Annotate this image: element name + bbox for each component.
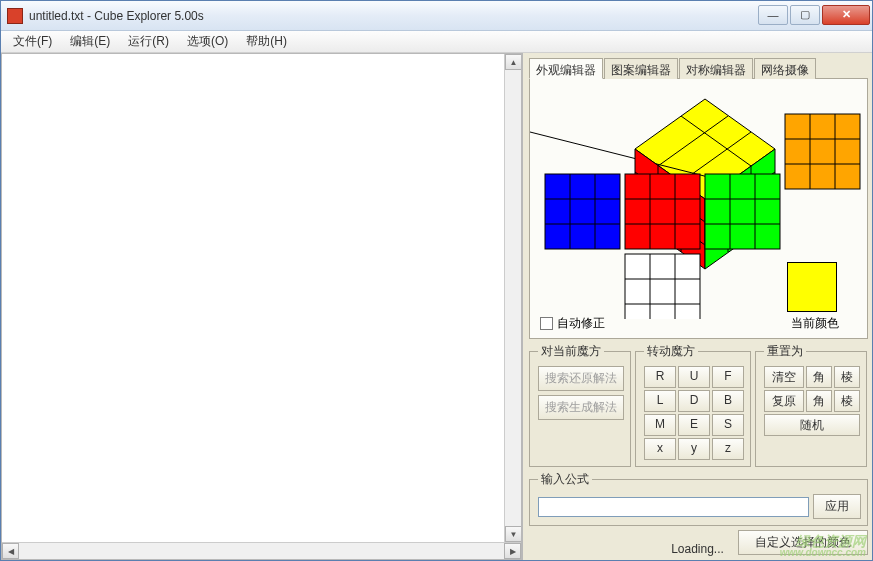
menubar: 文件(F) 编辑(E) 运行(R) 选项(O) 帮助(H) [1,31,872,53]
svg-rect-25 [705,174,780,249]
text-pane: ▲ ▼ ◀ ▶ [1,53,522,560]
svg-rect-20 [625,174,700,249]
client-area: ▲ ▼ ◀ ▶ 外观编辑器 图案编辑器 对称编辑器 网络摄像 [1,53,872,560]
move-R-button[interactable]: R [644,366,676,388]
move-S-button[interactable]: S [712,414,744,436]
move-D-button[interactable]: D [678,390,710,412]
move-z-button[interactable]: z [712,438,744,460]
scroll-right-icon[interactable]: ▶ [504,543,521,559]
move-B-button[interactable]: B [712,390,744,412]
reset-edge1-button[interactable]: 棱 [834,366,860,388]
loading-text: Loading... [671,542,724,556]
reset-grid: 清空 角 棱 复原 角 棱 随机 [764,366,860,436]
minimize-button[interactable]: — [758,5,788,25]
tab-pattern[interactable]: 图案编辑器 [604,58,678,79]
maximize-button[interactable]: ▢ [790,5,820,25]
move-x-button[interactable]: x [644,438,676,460]
reset-edge2-button[interactable]: 棱 [834,390,860,412]
svg-rect-30 [785,114,860,189]
face-down-flat[interactable] [625,254,700,319]
svg-rect-35 [625,254,700,319]
svg-rect-15 [545,174,620,249]
text-content[interactable] [2,54,504,542]
move-U-button[interactable]: U [678,366,710,388]
autofix-checkbox[interactable] [540,317,553,330]
group-reset: 重置为 清空 角 棱 复原 角 棱 随机 [755,343,867,467]
menu-run[interactable]: 运行(R) [120,31,177,52]
group-formula: 输入公式 应用 [529,471,868,526]
app-icon [7,8,23,24]
menu-help[interactable]: 帮助(H) [238,31,295,52]
reset-random-button[interactable]: 随机 [764,414,860,436]
reset-corner2-button[interactable]: 角 [806,390,832,412]
autofix-label: 自动修正 [557,315,605,332]
tab-webcam[interactable]: 网络摄像 [754,58,816,79]
move-F-button[interactable]: F [712,366,744,388]
current-color-label: 当前颜色 [791,315,839,332]
menu-file[interactable]: 文件(F) [5,31,60,52]
move-grid: RUFLDBMESxyz [644,366,744,460]
scrollbar-horizontal[interactable]: ◀ ▶ [2,542,521,559]
editor-tabs: 外观编辑器 图案编辑器 对称编辑器 网络摄像 [529,57,868,79]
group-rotate: 转动魔方 RUFLDBMESxyz [635,343,751,467]
legend-formula: 输入公式 [538,471,592,488]
close-button[interactable]: ✕ [822,5,870,25]
tab-symmetry[interactable]: 对称编辑器 [679,58,753,79]
menu-options[interactable]: 选项(O) [179,31,236,52]
formula-input[interactable] [538,497,809,517]
scrollbar-vertical[interactable]: ▲ ▼ [504,54,521,542]
group-current-cube: 对当前魔方 搜索还原解法 搜索生成解法 [529,343,631,467]
move-M-button[interactable]: M [644,414,676,436]
scroll-down-icon[interactable]: ▼ [505,526,521,542]
cube-editor[interactable]: 自动修正 当前颜色 [529,79,868,339]
legend-rotate: 转动魔方 [644,343,698,360]
scroll-left-icon[interactable]: ◀ [2,543,19,559]
search-restore-button[interactable]: 搜索还原解法 [538,366,624,391]
autofix-row: 自动修正 [540,315,605,332]
legend-reset: 重置为 [764,343,806,360]
scroll-up-icon[interactable]: ▲ [505,54,521,70]
face-right-flat[interactable] [705,174,780,249]
window-title: untitled.txt - Cube Explorer 5.00s [29,9,758,23]
reset-clear-button[interactable]: 清空 [764,366,804,388]
app-window: untitled.txt - Cube Explorer 5.00s — ▢ ✕… [0,0,873,561]
watermark: 绿色资源网 www.downcc.com [780,534,866,558]
move-y-button[interactable]: y [678,438,710,460]
formula-apply-button[interactable]: 应用 [813,494,861,519]
window-controls: — ▢ ✕ [758,5,870,27]
tab-appearance[interactable]: 外观编辑器 [529,58,603,79]
face-back-flat[interactable] [785,114,860,189]
reset-corner1-button[interactable]: 角 [806,366,832,388]
face-left-flat[interactable] [545,174,620,249]
face-front-flat[interactable] [625,174,700,249]
move-E-button[interactable]: E [678,414,710,436]
titlebar[interactable]: untitled.txt - Cube Explorer 5.00s — ▢ ✕ [1,1,872,31]
legend-current-cube: 对当前魔方 [538,343,604,360]
menu-edit[interactable]: 编辑(E) [62,31,118,52]
search-generate-button[interactable]: 搜索生成解法 [538,395,624,420]
right-panel: 外观编辑器 图案编辑器 对称编辑器 网络摄像 [522,53,872,560]
control-groups: 对当前魔方 搜索还原解法 搜索生成解法 转动魔方 RUFLDBMESxyz 重置… [529,343,868,467]
reset-restore-button[interactable]: 复原 [764,390,804,412]
move-L-button[interactable]: L [644,390,676,412]
current-color-swatch[interactable] [787,262,837,312]
